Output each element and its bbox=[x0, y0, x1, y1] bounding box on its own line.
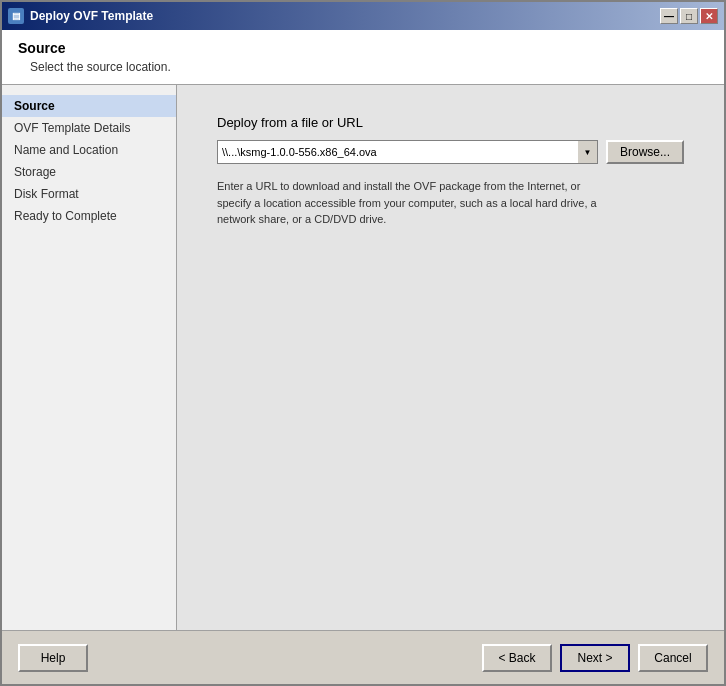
sidebar-item-ovf-template-details[interactable]: OVF Template Details bbox=[2, 117, 176, 139]
title-bar-left: ▤ Deploy OVF Template bbox=[8, 8, 153, 24]
sidebar-item-name-and-location[interactable]: Name and Location bbox=[2, 139, 176, 161]
close-button[interactable]: ✕ bbox=[700, 8, 718, 24]
sidebar-item-storage[interactable]: Storage bbox=[2, 161, 176, 183]
browse-button[interactable]: Browse... bbox=[606, 140, 684, 164]
minimize-button[interactable]: — bbox=[660, 8, 678, 24]
main-content: Deploy from a file or URL ▼ Browse... En… bbox=[177, 85, 724, 630]
header-subtitle: Select the source location. bbox=[30, 60, 708, 74]
back-button[interactable]: < Back bbox=[482, 644, 552, 672]
title-bar: ▤ Deploy OVF Template — □ ✕ bbox=[2, 2, 724, 30]
cancel-button[interactable]: Cancel bbox=[638, 644, 708, 672]
help-button[interactable]: Help bbox=[18, 644, 88, 672]
file-input-row: ▼ Browse... bbox=[217, 140, 684, 164]
sidebar-item-ready-to-complete[interactable]: Ready to Complete bbox=[2, 205, 176, 227]
title-buttons: — □ ✕ bbox=[660, 8, 718, 24]
restore-button[interactable]: □ bbox=[680, 8, 698, 24]
window: ▤ Deploy OVF Template — □ ✕ Source Selec… bbox=[0, 0, 726, 686]
deploy-from-label: Deploy from a file or URL bbox=[217, 115, 684, 130]
footer-left: Help bbox=[18, 644, 88, 672]
footer-right: < Back Next > Cancel bbox=[482, 644, 708, 672]
file-select-wrapper: ▼ bbox=[217, 140, 598, 164]
main-panel: Source OVF Template Details Name and Loc… bbox=[2, 85, 724, 630]
dropdown-arrow-icon[interactable]: ▼ bbox=[578, 140, 598, 164]
window-title: Deploy OVF Template bbox=[30, 9, 153, 23]
header-title: Source bbox=[18, 40, 708, 56]
description-text: Enter a URL to download and install the … bbox=[217, 178, 597, 228]
next-button[interactable]: Next > bbox=[560, 644, 630, 672]
header-section: Source Select the source location. bbox=[2, 30, 724, 85]
sidebar-item-disk-format[interactable]: Disk Format bbox=[2, 183, 176, 205]
sidebar-item-source[interactable]: Source bbox=[2, 95, 176, 117]
footer: Help < Back Next > Cancel bbox=[2, 630, 724, 684]
sidebar: Source OVF Template Details Name and Loc… bbox=[2, 85, 177, 630]
app-icon: ▤ bbox=[8, 8, 24, 24]
file-url-input[interactable] bbox=[217, 140, 598, 164]
content-area: Source Select the source location. Sourc… bbox=[2, 30, 724, 630]
